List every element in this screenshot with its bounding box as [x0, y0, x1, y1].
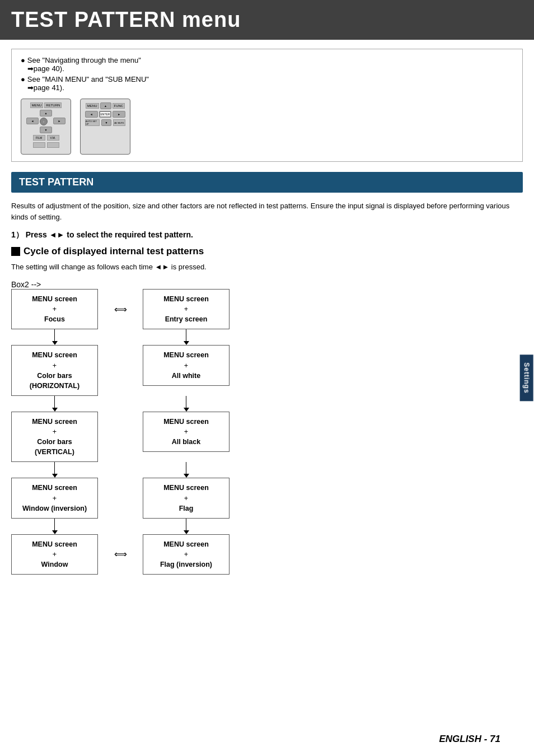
cell-box3: MENU screen+Color bars(HORIZONTAL) [11, 345, 98, 396]
pattern-box-window: MENU screen+Window [11, 534, 98, 575]
v-seg-1 [52, 329, 58, 345]
v-spacer-3 [98, 462, 143, 478]
pattern-box-focus: MENU screen+Focus [11, 289, 98, 329]
bullet-icon: ● [21, 56, 25, 64]
v-tip-down-4 [184, 408, 189, 412]
h-arrow-1-2: ⟺ [98, 289, 143, 329]
v-seg-8 [184, 519, 189, 534]
cell-box6: MENU screen+All black [143, 412, 229, 463]
section-title: TEST PATTERN [11, 172, 523, 193]
diagram-row-5: MENU screen+Window ⟺ MENU screen+Flag (i… [11, 534, 325, 575]
v-space-2 [11, 396, 325, 412]
bullet-icon-2: ● [21, 75, 25, 83]
v-line-1 [54, 329, 55, 341]
v-seg-5 [52, 462, 58, 478]
diagram-row-4: MENU screen+Window (inversion) MENU scre… [11, 478, 325, 518]
v-line-cell-7 [11, 519, 98, 534]
h-arrow-9-10: ⟺ [98, 534, 143, 575]
intro-box: ● See "Navigating through the menu"➡page… [11, 49, 523, 162]
arrow-icon-2: ➡ [27, 83, 34, 92]
pattern-box-flag: MENU screen+Flag [143, 478, 229, 518]
v-line-cell-6 [143, 462, 229, 478]
step-text: Press ◄► to select the required test pat… [26, 230, 193, 239]
v-spacer-1 [98, 329, 143, 345]
cycle-description: The setting will change as follows each … [11, 263, 523, 271]
pattern-box-all-black: MENU screen+All black [143, 412, 229, 452]
v-seg-4 [184, 396, 189, 412]
v-line-cell-3 [11, 396, 98, 412]
v-line-8 [186, 519, 187, 530]
h-space-2 [98, 345, 143, 396]
remote-control: MENU ▲ FUNC ◄ ENTER ► AUTO SET UP ▼ AV M… [80, 99, 130, 155]
page-title: TEST PATTERN menu [11, 8, 523, 32]
v-line-7 [54, 519, 55, 530]
diagram-row-1: MENU screen+Focus ⟺ MENU screen+Entry sc… [11, 289, 325, 329]
pattern-box-entry: MENU screen+Entry screen [143, 289, 229, 329]
diagram-row-3: MENU screen+Color bars(VERTICAL) MENU sc… [11, 412, 325, 463]
page-header: TEST PATTERN menu [0, 0, 534, 40]
heading-block-icon [11, 247, 20, 256]
v-seg-6 [184, 462, 189, 478]
v-tip-down-2 [184, 341, 189, 345]
sub-heading-text: Cycle of displayed internal test pattern… [24, 246, 204, 257]
v-line-cell-8 [143, 519, 229, 534]
v-line-6 [186, 462, 187, 474]
v-space-4 [11, 519, 325, 534]
bullet-1: ● See "Navigating through the menu"➡page… [21, 56, 513, 73]
step-number: 1） [11, 230, 24, 239]
v-tip-down-3 [52, 408, 58, 412]
v-line-cell-2 [143, 329, 229, 345]
h-space-4 [98, 478, 143, 518]
cell-box8: MENU screen+Flag [143, 478, 229, 518]
page-footer: ENGLISH - 71 [439, 734, 500, 745]
device-panel: MENU RETURN ▲ ◄ ○ ► ▼ [21, 99, 71, 155]
cell-box2: MENU screen+Entry screen [143, 289, 229, 329]
v-line-5 [54, 462, 55, 474]
cell-box1: MENU screen+Focus [11, 289, 98, 329]
pattern-box-color-v: MENU screen+Color bars(VERTICAL) [11, 412, 98, 463]
v-tip-down-1 [52, 341, 58, 345]
v-space-1 [11, 329, 325, 345]
pattern-box-color-h: MENU screen+Color bars(HORIZONTAL) [11, 345, 98, 396]
cell-box4: MENU screen+All white [143, 345, 229, 396]
side-tab: Settings [519, 354, 533, 401]
section-body: Results of adjustment of the position, s… [11, 200, 523, 222]
v-spacer-2 [98, 396, 143, 412]
pattern-box-flag-inv: MENU screen+Flag (inversion) [143, 534, 229, 575]
cell-box9: MENU screen+Window [11, 534, 98, 575]
v-line-cell-1 [11, 329, 98, 345]
intro-text: ● See "Navigating through the menu"➡page… [21, 56, 513, 155]
v-tip-down-8 [184, 530, 189, 534]
cell-box5: MENU screen+Color bars(VERTICAL) [11, 412, 98, 463]
pattern-box-window-inv: MENU screen+Window (inversion) [11, 478, 98, 518]
cell-box10: MENU screen+Flag (inversion) [143, 534, 229, 575]
v-line-4 [186, 396, 187, 408]
cell-box7: MENU screen+Window (inversion) [11, 478, 98, 518]
v-seg-7 [52, 519, 58, 534]
main-content: ● See "Navigating through the menu"➡page… [0, 49, 534, 575]
v-space-3 [11, 462, 325, 478]
v-spacer-4 [98, 519, 143, 534]
v-tip-down-7 [52, 530, 58, 534]
h-space-3 [98, 412, 143, 463]
v-line-cell-4 [143, 396, 229, 412]
v-line-2 [186, 329, 187, 341]
step-1: 1） Press ◄► to select the required test … [11, 230, 523, 240]
bullet-2: ● See "MAIN MENU" and "SUB MENU"➡page 41… [21, 75, 513, 92]
pattern-box-all-white: MENU screen+All white [143, 345, 229, 385]
v-tip-down-5 [52, 474, 58, 478]
cycle-diagram: Box2 --> MENU screen+Focus ⟺ MENU screen… [11, 280, 325, 575]
v-line-3 [54, 396, 55, 408]
arrow-icon: ➡ [27, 64, 34, 73]
v-seg-3 [52, 396, 58, 412]
v-seg-2 [184, 329, 189, 345]
v-tip-down-6 [184, 474, 189, 478]
diagram-row-2: MENU screen+Color bars(HORIZONTAL) MENU … [11, 345, 325, 396]
v-line-cell-5 [11, 462, 98, 478]
sub-heading: Cycle of displayed internal test pattern… [11, 246, 523, 257]
